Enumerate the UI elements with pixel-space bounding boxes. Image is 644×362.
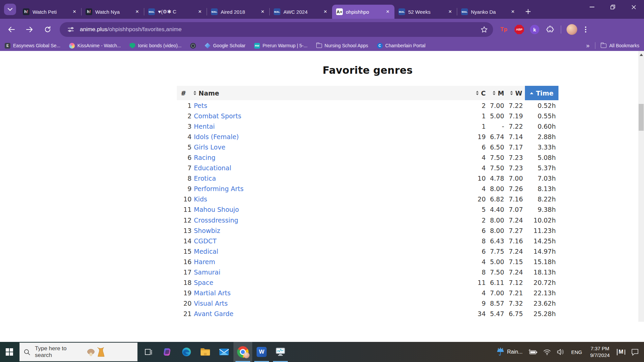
bookmark-kissanime-watch[interactable]: KissAnime - Watch... — [69, 43, 121, 49]
volume-indicator[interactable] — [554, 342, 567, 362]
restore-button[interactable] — [602, 0, 623, 14]
tp-extension-icon[interactable]: Tp — [499, 25, 508, 34]
tab-watch-nya[interactable]: h!Watch Nya× — [82, 5, 144, 19]
cell-w: 7.12 — [505, 279, 525, 286]
network-indicator[interactable] — [540, 342, 554, 362]
forward-button[interactable] — [23, 23, 36, 36]
extensions-puzzle-button[interactable] — [545, 25, 555, 34]
genre-link[interactable]: Idols (Female) — [194, 133, 239, 140]
cell-rank: 6 — [177, 154, 194, 161]
tab-c[interactable]: MAL♥(⚙✱ C× — [144, 5, 207, 19]
genre-link[interactable]: Educational — [194, 164, 231, 172]
genre-link[interactable]: Hentai — [194, 123, 215, 130]
k-extension-icon[interactable]: k — [530, 25, 539, 34]
site-info-icon[interactable] — [65, 24, 76, 35]
bookmark-prerun-warmup-5[interactable]: RWPrerun Warmup | 5-... — [254, 43, 308, 49]
battery-indicator[interactable] — [526, 342, 540, 362]
adblock-plus-extension-icon[interactable]: ABP — [515, 25, 524, 34]
header-w[interactable]: W — [505, 86, 525, 100]
genre-link[interactable]: Crossdressing — [194, 217, 238, 224]
chrome-icon — [237, 346, 249, 358]
reload-button[interactable] — [41, 23, 54, 36]
bookmark-nursing-school-apps[interactable]: Nursing School Apps — [316, 43, 368, 48]
genre-link[interactable]: Girls Love — [194, 143, 225, 151]
genre-link[interactable]: Martial Arts — [194, 289, 231, 297]
header-name[interactable]: Name — [194, 86, 456, 100]
genre-link[interactable]: Medical — [194, 248, 218, 255]
genre-link[interactable]: Space — [194, 279, 213, 286]
browser-menu-button[interactable] — [581, 25, 590, 34]
profile-avatar[interactable] — [567, 24, 577, 35]
genre-link[interactable]: Idols (Male) — [194, 321, 231, 322]
minimize-button[interactable] — [582, 0, 602, 14]
bookmark-item[interactable] — [190, 43, 196, 49]
genre-link[interactable]: Performing Arts — [194, 185, 244, 192]
header-c[interactable]: C — [456, 86, 486, 100]
clock-widget[interactable]: 7:37 PM 9/7/2024 — [586, 342, 613, 362]
tab-nyanko-da[interactable]: MALNyanko Da× — [457, 5, 520, 19]
language-indicator[interactable]: ENG — [567, 342, 586, 362]
genre-link[interactable]: Showbiz — [194, 227, 220, 234]
task-manager-taskbar-button[interactable] — [271, 342, 290, 362]
header-m[interactable]: M — [486, 86, 505, 100]
bookmarks-overflow-button[interactable]: » — [586, 42, 590, 49]
genre-link[interactable]: Erotica — [194, 175, 216, 182]
tab-close-button[interactable]: × — [134, 8, 141, 15]
weather-widget[interactable]: Rain... — [493, 342, 526, 362]
genre-link[interactable]: Racing — [194, 154, 215, 161]
tab-52-weeks[interactable]: MAL52 Weeks× — [394, 5, 457, 19]
bookmark-easynews-global-se[interactable]: EEasynews Global Se... — [5, 43, 60, 49]
tab-close-button[interactable]: × — [384, 8, 391, 15]
minimize-icon — [590, 7, 594, 7]
genre-link[interactable]: Combat Sports — [194, 112, 241, 120]
genre-link[interactable]: CGDCT — [194, 237, 217, 245]
page-scrollbar[interactable] — [638, 51, 644, 322]
scrollbar-thumb[interactable] — [639, 104, 644, 131]
tab-close-button[interactable]: × — [71, 8, 78, 15]
bookmark-google-scholar[interactable]: Google Scholar — [205, 43, 246, 49]
tab-search-button[interactable] — [4, 4, 16, 15]
genre-link[interactable]: Pets — [194, 102, 207, 109]
tab-close-button[interactable]: × — [259, 8, 266, 15]
tab-close-button[interactable]: × — [509, 8, 516, 15]
browser-window: h!Watch Peti×h!Watch Nya×MAL♥(⚙✱ C×MALAi… — [0, 0, 644, 342]
cell-w: 7.16 — [505, 237, 525, 245]
address-bar[interactable]: anime.plus/ohpishhposh/favorites,anime — [60, 22, 493, 37]
tab-ohpishhpo[interactable]: A+ohpishhpo× — [332, 5, 394, 19]
url-text[interactable]: anime.plus/ohpishhposh/favorites,anime — [80, 26, 181, 33]
header-rank[interactable]: # — [177, 86, 194, 100]
tab-close-button[interactable]: × — [322, 8, 329, 15]
cell-w: 7.17 — [505, 143, 525, 151]
action-center-button[interactable] — [628, 342, 644, 362]
file-explorer-taskbar-button[interactable] — [196, 342, 215, 362]
chrome-taskbar-button[interactable] — [233, 342, 252, 362]
mail-taskbar-button[interactable] — [215, 342, 233, 362]
bookmark-chamberlain-portal[interactable]: CChamberlain Portal — [377, 43, 426, 49]
genre-link[interactable]: Mahou Shoujo — [194, 206, 239, 213]
genre-link[interactable]: Harem — [194, 258, 215, 265]
scrollbar-up-arrow[interactable] — [640, 54, 643, 56]
all-bookmarks-button[interactable]: All Bookmarks — [601, 43, 639, 48]
bookmark-star-button[interactable] — [481, 26, 488, 33]
new-tab-button[interactable] — [522, 6, 534, 17]
genre-link[interactable]: Visual Arts — [194, 300, 228, 307]
tab-close-button[interactable]: × — [197, 8, 203, 15]
header-time[interactable]: Time — [525, 86, 558, 100]
close-button[interactable] — [623, 0, 644, 14]
genre-link[interactable]: Kids — [194, 195, 207, 203]
edge-taskbar-button[interactable] — [177, 342, 196, 362]
copilot-taskbar-button[interactable] — [158, 342, 177, 362]
tab-awc-2024[interactable]: MALAWC 2024× — [270, 5, 332, 19]
taskbar-search-input[interactable]: Type here to search — [19, 343, 138, 361]
start-button[interactable] — [0, 342, 19, 362]
back-button[interactable] — [5, 23, 18, 36]
word-taskbar-button[interactable]: W — [252, 342, 271, 362]
tab-watch-peti[interactable]: h!Watch Peti× — [19, 5, 81, 19]
genre-link[interactable]: Samurai — [194, 268, 220, 276]
task-view-taskbar-button[interactable] — [140, 342, 158, 362]
genre-link[interactable]: Avant Garde — [194, 310, 233, 317]
tab-aired-2018[interactable]: MALAired 2018× — [207, 5, 269, 19]
bookmark-ionic-bonds-video[interactable]: Ionic bonds (video)... — [129, 43, 181, 49]
tab-close-button[interactable]: × — [447, 8, 453, 15]
mal-tray-app[interactable]: M — [614, 342, 628, 362]
